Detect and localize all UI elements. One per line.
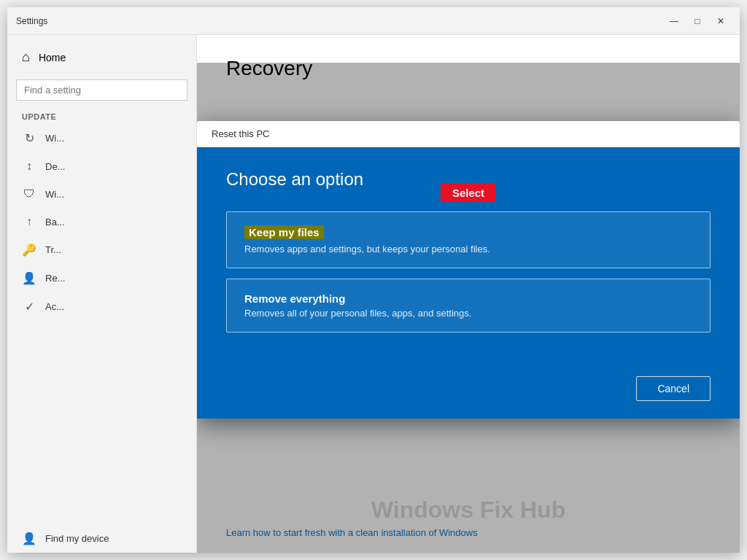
remove-everything-title: Remove everything (244, 292, 692, 305)
sidebar-item-find-my-device[interactable]: 👤 Find my device (7, 524, 196, 553)
sidebar-item-delivery[interactable]: ↕ De... (7, 152, 196, 180)
keep-files-title: Keep my files (244, 225, 324, 239)
title-bar: Settings — □ ✕ (7, 7, 740, 35)
backup-icon: ↑ (22, 215, 36, 228)
close-button[interactable]: ✕ (711, 13, 731, 29)
sidebar-item-troubleshoot[interactable]: 🔑 Tr... (7, 236, 196, 264)
settings-window: Settings — □ ✕ ⌂ Home Update ↻ Wi... ↕ D… (7, 7, 740, 553)
find-my-device-label: Find my device (45, 533, 109, 544)
main-content: ⌂ Home Update ↻ Wi... ↕ De... 🛡 Wi... ↑ … (7, 35, 740, 553)
sidebar-item-label: Wi... (45, 189, 64, 200)
sidebar-item-label: De... (45, 161, 65, 172)
sidebar-item-label: Ac... (45, 301, 64, 312)
minimize-button[interactable]: — (664, 13, 684, 29)
maximize-button[interactable]: □ (687, 13, 708, 29)
remove-everything-option[interactable]: Remove everything Removes all of your pe… (226, 279, 711, 332)
home-icon: ⌂ (22, 50, 30, 65)
sidebar-item-label: Ba... (45, 217, 65, 228)
sidebar-item-backup[interactable]: ↑ Ba... (7, 208, 196, 236)
recovery-icon: 👤 (22, 271, 36, 285)
right-content: Recovery Windows Fix Hub Learn how to st… (197, 35, 740, 553)
dialog-body: Choose an option Select Keep my files Re… (197, 147, 740, 365)
remove-everything-desc: Removes all of your personal files, apps… (244, 308, 692, 319)
shield-icon: 🛡 (22, 187, 36, 201)
dialog-header: Reset this PC (197, 121, 740, 147)
select-badge: Select (441, 184, 496, 202)
sidebar-item-label: Wi... (45, 133, 64, 144)
sidebar: ⌂ Home Update ↻ Wi... ↕ De... 🛡 Wi... ↑ … (7, 35, 197, 553)
reset-pc-dialog: Reset this PC Choose an option Select Ke… (197, 121, 740, 419)
sidebar-item-label: Re... (45, 273, 65, 284)
window-controls: — □ ✕ (664, 13, 731, 29)
sidebar-section-label: Update (7, 106, 196, 124)
sidebar-item-security[interactable]: 🛡 Wi... (7, 180, 196, 208)
cancel-button[interactable]: Cancel (636, 376, 711, 401)
dialog-overlay: Reset this PC Choose an option Select Ke… (197, 63, 740, 553)
find-device-icon: 👤 (22, 532, 36, 545)
sidebar-home-label: Home (39, 52, 66, 63)
dialog-footer: Cancel (197, 365, 740, 419)
sidebar-item-label: Tr... (45, 244, 61, 255)
check-icon: ✓ (22, 300, 36, 314)
sidebar-item-windows-update[interactable]: ↻ Wi... (7, 124, 196, 152)
delivery-icon: ↕ (22, 160, 36, 173)
sidebar-item-recovery[interactable]: 👤 Re... (7, 264, 196, 292)
sidebar-item-activation[interactable]: ✓ Ac... (7, 292, 196, 321)
key-icon: 🔑 (22, 243, 36, 257)
sidebar-item-home[interactable]: ⌂ Home (7, 41, 196, 74)
keep-files-desc: Removes apps and settings, but keeps you… (244, 244, 692, 254)
keep-files-option[interactable]: Keep my files Removes apps and settings,… (226, 211, 711, 268)
update-icon: ↻ (22, 131, 36, 145)
window-title: Settings (16, 16, 47, 26)
search-input[interactable] (16, 79, 187, 101)
